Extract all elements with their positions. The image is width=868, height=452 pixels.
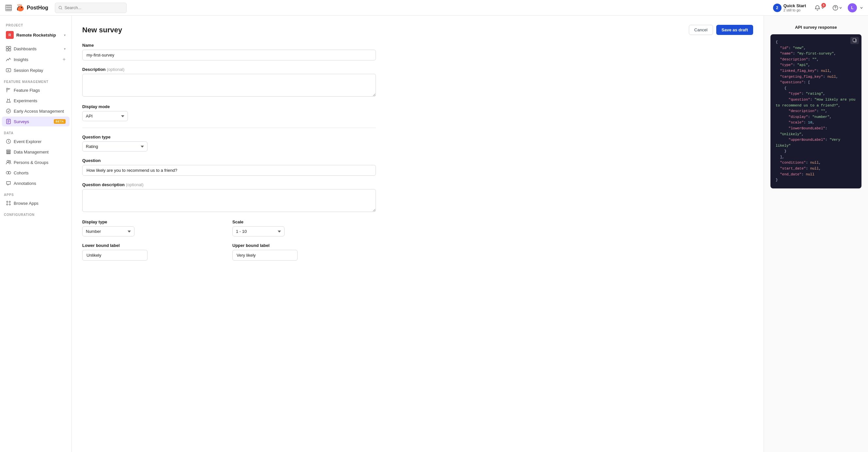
survey-form: Name Description (optional) Display mode… (82, 43, 376, 267)
cohorts-icon (6, 170, 11, 175)
description-input[interactable] (82, 74, 376, 97)
sidebar-project-section: PROJECT R Remote Rocketship ▾ (0, 16, 71, 44)
experiment-icon (6, 98, 11, 103)
svg-point-23 (8, 171, 11, 174)
upper-bound-group: Upper bound label (232, 243, 376, 261)
sidebar-item-insights[interactable]: Insights + (2, 54, 69, 65)
description-label: Description (optional) (82, 67, 376, 72)
dashboard-icon (6, 46, 11, 51)
lower-bound-input[interactable] (82, 250, 148, 261)
avatar-chevron-icon (860, 6, 863, 9)
question-desc-group: Question description (optional) (82, 182, 376, 213)
sidebar-item-session-replay[interactable]: Session Replay (2, 65, 69, 75)
question-type-label: Question type (82, 135, 376, 139)
sidebar-item-browse-apps[interactable]: Browse Apps (2, 198, 69, 208)
apps-icon (6, 200, 11, 206)
sidebar-item-label: Feature Flags (14, 88, 66, 93)
svg-point-26 (6, 204, 8, 205)
sidebar-item-surveys[interactable]: Surveys BETA (2, 117, 69, 126)
search-input[interactable] (64, 5, 123, 10)
sidebar-item-label: Cohorts (14, 170, 66, 175)
name-input[interactable] (82, 50, 376, 60)
upper-bound-input[interactable] (232, 250, 298, 261)
sidebar-item-label: Experiments (14, 98, 66, 103)
display-mode-select[interactable]: API Popup Widget (82, 111, 128, 121)
quickstart-sub: 2 still to go (783, 8, 806, 12)
early-access-icon (6, 108, 11, 114)
sidebar-item-label: Event Explorer (14, 139, 66, 144)
persons-icon (6, 160, 11, 165)
cancel-button[interactable]: Cancel (689, 25, 713, 35)
help-icon (832, 5, 838, 11)
description-group: Description (optional) (82, 67, 376, 97)
sidebar-item-label: Persons & Groups (14, 160, 66, 165)
lower-bound-group: Lower bound label (82, 243, 226, 261)
sidebar-item-label: Annotations (14, 181, 66, 186)
display-scale-row: Display type Number Emoji Scale 1 - 5 1 … (82, 220, 376, 243)
project-name: Remote Rocketship (16, 33, 61, 37)
copy-code-button[interactable] (850, 37, 859, 44)
svg-point-21 (9, 161, 11, 162)
project-selector[interactable]: R Remote Rocketship ▾ (2, 28, 69, 41)
logo: PostHog (16, 3, 48, 12)
annotations-icon (6, 180, 11, 186)
question-desc-label: Question description (optional) (82, 182, 376, 187)
sidebar-item-cohorts[interactable]: Cohorts (2, 168, 69, 178)
svg-marker-9 (8, 69, 9, 71)
project-avatar: R (6, 31, 14, 39)
sidebar: PROJECT R Remote Rocketship ▾ Dashboards… (0, 16, 72, 452)
quickstart-button[interactable]: 2 Quick Start 2 still to go (770, 2, 809, 13)
svg-point-3 (835, 9, 836, 9)
add-insight-icon[interactable]: + (63, 57, 66, 62)
sidebar-item-label: Dashboards (14, 46, 61, 51)
main-content: New survey Cancel Save as draft Name Des… (72, 16, 764, 452)
question-desc-input[interactable] (82, 189, 376, 212)
display-type-select[interactable]: Number Emoji (82, 226, 134, 236)
question-type-select[interactable]: Rating Open Text Single Choice Multiple … (82, 141, 148, 151)
sidebar-item-feature-flags[interactable]: Feature Flags (2, 85, 69, 95)
display-mode-group: Display mode API Popup Widget (82, 104, 376, 121)
data-icon (6, 149, 11, 154)
sidebar-item-label: Browse Apps (14, 201, 66, 206)
scale-label: Scale (232, 220, 376, 224)
svg-point-25 (9, 201, 10, 202)
svg-point-24 (6, 201, 8, 202)
sidebar-item-experiments[interactable]: Experiments (2, 96, 69, 106)
upper-bound-label: Upper bound label (232, 243, 376, 248)
notifications-button[interactable]: 0 (812, 4, 827, 12)
sidebar-item-annotations[interactable]: Annotations (2, 178, 69, 188)
sidebar-item-dashboards[interactable]: Dashboards ▾ (2, 44, 69, 54)
sidebar-item-early-access[interactable]: Early Access Management (2, 106, 69, 116)
display-type-label: Display type (82, 220, 226, 224)
topbar-right: 2 Quick Start 2 still to go 0 (770, 2, 863, 13)
scale-group: Scale 1 - 5 1 - 10 (232, 220, 376, 236)
sidebar-item-event-explorer[interactable]: Event Explorer (2, 137, 69, 146)
svg-point-11 (6, 109, 11, 113)
sidebar-expand-icon: ▾ (64, 47, 66, 51)
svg-rect-7 (9, 49, 11, 51)
sidebar-item-label: Session Replay (14, 68, 66, 73)
bell-icon (814, 5, 820, 11)
surveys-icon (6, 119, 11, 124)
api-response-panel: API survey response { "id": "new", "name… (764, 16, 868, 452)
question-input[interactable] (82, 165, 376, 176)
beta-badge: BETA (54, 119, 66, 124)
scale-select[interactable]: 1 - 5 1 - 10 (232, 226, 284, 236)
help-button[interactable] (830, 4, 844, 12)
lower-bound-label: Lower bound label (82, 243, 226, 248)
quickstart-title: Quick Start (783, 3, 806, 8)
svg-rect-18 (6, 151, 10, 152)
display-type-group: Display type Number Emoji (82, 220, 226, 236)
svg-point-20 (7, 160, 9, 162)
sidebar-item-label: Data Management (14, 149, 66, 154)
question-type-group: Question type Rating Open Text Single Ch… (82, 135, 376, 151)
replay-icon (6, 67, 11, 73)
sidebar-item-persons-groups[interactable]: Persons & Groups (2, 158, 69, 167)
page-header: New survey Cancel Save as draft (82, 25, 753, 35)
avatar[interactable]: L (848, 3, 857, 12)
menu-button[interactable] (5, 5, 12, 11)
save-draft-button[interactable]: Save as draft (716, 25, 753, 35)
search-bar[interactable] (55, 3, 127, 13)
feature-management-header: FEATURE MANAGEMENT (0, 76, 71, 85)
sidebar-item-data-management[interactable]: Data Management (2, 147, 69, 157)
